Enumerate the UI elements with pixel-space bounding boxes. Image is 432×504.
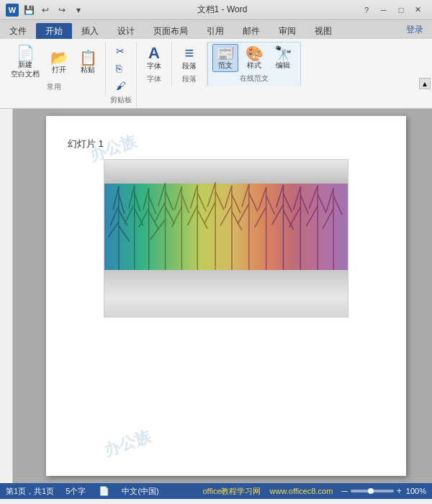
slide-bottom-bar <box>104 270 348 317</box>
svg-line-39 <box>220 205 232 225</box>
open-button[interactable]: 📂 打开 <box>46 48 72 76</box>
copy-button[interactable]: ⎘ <box>112 60 130 76</box>
fanwen-button[interactable]: 📰 范文 <box>212 44 238 72</box>
ribbon: 文件 开始 插入 设计 页面布局 引用 邮件 审阅 视图 登录 📄 新建空白文档 <box>0 20 432 109</box>
new-document-button[interactable]: 📄 新建空白文档 <box>7 43 43 81</box>
document-page[interactable]: 幻灯片 1 <box>46 116 406 476</box>
fanwen-icon: 📰 <box>217 46 235 60</box>
svg-line-46 <box>258 187 266 210</box>
svg-line-20 <box>155 202 166 222</box>
cut-icon: ✂ <box>116 45 125 57</box>
zoom-out-icon[interactable]: ─ <box>341 486 348 496</box>
group-clipboard-label: 剪贴板 <box>110 95 132 105</box>
status-doc-icon[interactable]: 📄 <box>97 485 110 498</box>
group-clipboard: ✂ ⎘ 🖌 剪贴板 <box>106 42 137 108</box>
tab-home[interactable]: 开始 <box>36 23 72 39</box>
group-font-label: 字体 <box>147 74 161 84</box>
site-label: office教程学习网 <box>202 486 261 497</box>
forest-trees-svg <box>104 179 348 281</box>
minimize-button[interactable]: ─ <box>376 4 392 17</box>
svg-line-14 <box>149 196 156 214</box>
paragraph-button[interactable]: ≡ 段落 <box>176 43 202 73</box>
svg-line-18 <box>158 184 166 207</box>
svg-line-24 <box>174 186 181 210</box>
svg-line-47 <box>266 196 275 215</box>
word-count: 5个字 <box>66 486 86 497</box>
font-button[interactable]: A 字体 <box>141 43 167 73</box>
slide-label: 幻灯片 1 <box>68 138 384 150</box>
window-controls: ? ─ □ ✕ <box>359 4 426 17</box>
tab-design[interactable]: 设计 <box>108 23 144 39</box>
zoom-in-icon[interactable]: + <box>397 486 402 496</box>
save-quick-button[interactable]: 💾 <box>22 3 36 17</box>
svg-line-9 <box>135 193 140 212</box>
svg-line-16 <box>149 212 159 230</box>
group-font: A 字体 字体 <box>137 42 172 87</box>
open-label: 打开 <box>52 65 66 74</box>
paste-icon: 📋 <box>79 50 97 65</box>
group-online-text: 📰 范文 🎨 样式 🔭 编辑 在线范文 <box>207 42 301 86</box>
svg-line-31 <box>197 210 207 229</box>
svg-line-40 <box>232 212 242 230</box>
svg-line-55 <box>293 186 300 210</box>
svg-line-38 <box>232 194 240 213</box>
tab-mailings[interactable]: 邮件 <box>233 23 269 39</box>
help-button[interactable]: ? <box>359 4 374 17</box>
document-title: 文档1 - Word <box>197 4 248 16</box>
tab-layout[interactable]: 页面布局 <box>144 23 197 39</box>
ribbon-content: 📄 新建空白文档 📂 打开 📋 粘贴 常用 <box>0 39 432 108</box>
group-paragraph-label: 段落 <box>182 74 197 84</box>
zoom-control[interactable]: ─ + 100% <box>341 486 426 496</box>
page-watermark-2: 办公族 <box>102 426 153 462</box>
new-doc-label: 新建空白文档 <box>11 60 40 78</box>
tab-insert[interactable]: 插入 <box>72 23 108 39</box>
paragraph-label: 段落 <box>182 61 197 71</box>
svg-line-1 <box>113 186 119 210</box>
tab-view[interactable]: 视图 <box>305 23 341 39</box>
svg-line-65 <box>323 209 333 229</box>
lang-info: 中文(中国) <box>122 486 158 497</box>
close-button[interactable]: ✕ <box>410 4 426 17</box>
svg-line-22 <box>150 220 166 240</box>
svg-line-11 <box>135 209 143 226</box>
svg-line-37 <box>225 186 232 209</box>
undo-quick-button[interactable]: ↩ <box>38 3 53 17</box>
svg-line-4 <box>119 210 127 226</box>
tab-review[interactable]: 审阅 <box>269 23 305 39</box>
document-area[interactable]: 办公族 办公族 办公族 办公族 办公族 幻灯片 1 <box>0 109 432 483</box>
svg-line-5 <box>108 222 119 238</box>
svg-line-52 <box>272 204 284 225</box>
svg-line-25 <box>181 194 189 213</box>
group-paragraph-items: ≡ 段落 <box>176 43 202 73</box>
svg-line-50 <box>276 185 284 208</box>
edit-button[interactable]: 🔭 编辑 <box>270 44 296 72</box>
slide-inner <box>104 160 348 317</box>
status-bar: 第1页，共1页 5个字 📄 中文(中国) office教程学习网 www.off… <box>0 483 432 499</box>
title-bar: W 💾 ↩ ↪ ▾ 文档1 - Word ? ─ □ ✕ <box>0 0 432 20</box>
website-link[interactable]: www.officec8.com <box>270 487 333 495</box>
svg-line-35 <box>204 202 215 223</box>
maximize-button[interactable]: □ <box>393 4 409 17</box>
group-common-label: 常用 <box>47 82 61 92</box>
group-paragraph: ≡ 段落 段落 <box>172 42 207 87</box>
ribbon-collapse-button[interactable]: ▲ <box>419 78 431 89</box>
customize-quick-button[interactable]: ▾ <box>71 3 86 17</box>
tab-file[interactable]: 文件 <box>0 23 36 39</box>
title-bar-left: W 💾 ↩ ↪ ▾ <box>6 3 86 17</box>
paste-button[interactable]: 📋 粘贴 <box>75 48 101 76</box>
svg-line-63 <box>326 188 333 212</box>
format-painter-button[interactable]: 🖌 <box>112 78 130 94</box>
tab-references[interactable]: 引用 <box>197 23 233 39</box>
zoom-slider[interactable] <box>351 490 394 492</box>
paragraph-icon: ≡ <box>185 45 194 61</box>
cut-button[interactable]: ✂ <box>112 43 130 59</box>
zoom-percent: 100% <box>406 487 426 495</box>
svg-line-59 <box>309 186 318 209</box>
fanwen-label: 范文 <box>218 60 233 70</box>
status-bar-right: office教程学习网 www.officec8.com ─ + 100% <box>202 486 426 497</box>
group-common-items: 📄 新建空白文档 📂 打开 📋 粘贴 <box>7 43 101 81</box>
style-button[interactable]: 🎨 样式 <box>241 44 267 72</box>
redo-quick-button[interactable]: ↪ <box>55 3 69 17</box>
svg-line-28 <box>190 185 197 209</box>
login-link[interactable]: 登录 <box>397 21 432 39</box>
